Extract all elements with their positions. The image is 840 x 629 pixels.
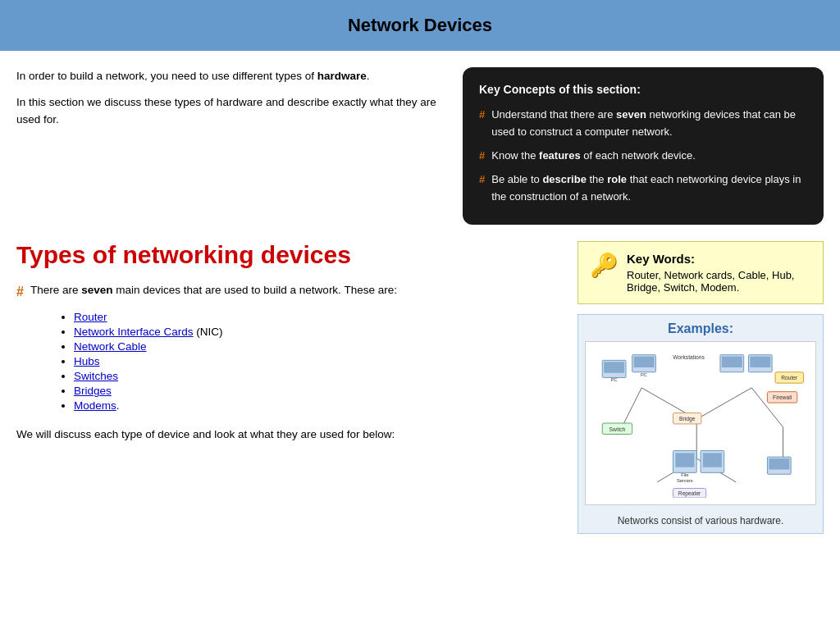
examples-caption: Networks consist of various hardware. — [578, 512, 823, 533]
device-hubs: Hubs — [74, 355, 561, 367]
hash-icon-1: # — [479, 107, 485, 141]
key-concept-item-2: # Know the features of each network devi… — [479, 148, 807, 165]
svg-text:PC: PC — [611, 378, 618, 383]
key-concepts-list: # Understand that there are seven networ… — [479, 107, 807, 205]
key-words-title: Key Words: — [627, 252, 811, 266]
key-concept-text-3: Be able to describe the role that each n… — [491, 171, 807, 206]
intro-bold1: hardware — [317, 70, 367, 82]
bridges-link[interactable]: Bridges — [74, 385, 112, 397]
svg-text:Bridge: Bridge — [679, 417, 696, 423]
svg-rect-12 — [634, 357, 655, 367]
key-concepts-title: Key Concepts of this section: — [479, 80, 807, 98]
device-modems: Modems. — [74, 399, 561, 412]
hash-icon-3: # — [479, 171, 485, 206]
key-concept-item-1: # Understand that there are seven networ… — [479, 107, 807, 141]
intro-section: In order to build a network, you need to… — [0, 51, 840, 233]
nic-suffix: (NIC) — [196, 326, 222, 338]
svg-text:Router: Router — [781, 376, 798, 381]
examples-diagram: PC PC Workstations Router — [585, 341, 816, 505]
nic-link[interactable]: Network Interface Cards — [74, 326, 194, 338]
seven-bold: seven — [81, 284, 112, 296]
svg-rect-32 — [703, 454, 722, 467]
types-left: Types of networking devices # There are … — [16, 241, 561, 534]
svg-text:PC: PC — [641, 372, 647, 377]
types-heading: Types of networking devices — [16, 241, 561, 269]
switches-link[interactable]: Switches — [74, 370, 118, 382]
key-concepts-box: Key Concepts of this section: # Understa… — [463, 67, 824, 225]
key-words-text: Router, Network cards, Cable, Hub, Bridg… — [627, 269, 811, 294]
page-header: Network Devices — [0, 0, 840, 51]
devices-ul: Router Network Interface Cards (NIC) Net… — [57, 311, 561, 412]
device-list: Router Network Interface Cards (NIC) Net… — [57, 311, 561, 412]
key-concept-text-1: Understand that there are seven networki… — [491, 107, 807, 141]
hash-icon-seven: # — [16, 285, 24, 299]
hubs-link[interactable]: Hubs — [74, 355, 100, 367]
svg-line-1 — [696, 388, 751, 419]
intro-text: In order to build a network, you need to… — [16, 67, 446, 137]
intro-para1: In order to build a network, you need to… — [16, 67, 446, 85]
examples-box: Examples: PC — [578, 314, 824, 534]
types-right: 🔑 Key Words: Router, Network cards, Cabl… — [578, 241, 824, 534]
intro-para2: In this section we discuss these types o… — [16, 93, 446, 129]
svg-text:Firewall: Firewall — [773, 395, 792, 401]
svg-rect-18 — [750, 357, 770, 367]
hash-icon-2: # — [479, 148, 485, 165]
key-concept-item-3: # Be able to describe the role that each… — [479, 171, 807, 206]
key-concept-text-2: Know the features of each network device… — [491, 148, 696, 165]
svg-rect-36 — [769, 458, 789, 469]
svg-text:Servers: Servers — [677, 478, 693, 483]
router-link[interactable]: Router — [74, 311, 107, 323]
examples-title: Examples: — [578, 315, 823, 341]
device-nic: Network Interface Cards (NIC) — [74, 326, 561, 338]
device-cable: Network Cable — [74, 340, 561, 353]
discuss-line: We will discuss each type of device and … — [16, 428, 561, 440]
seven-text: There are seven main devices that are us… — [30, 284, 397, 296]
seven-devices-line: # There are seven main devices that are … — [16, 284, 561, 299]
key-words-content: Key Words: Router, Network cards, Cable,… — [627, 252, 811, 294]
svg-rect-28 — [675, 454, 694, 467]
key-icon: 🔑 — [590, 252, 619, 279]
svg-text:File: File — [681, 473, 688, 478]
modems-link[interactable]: Modems — [74, 399, 116, 412]
svg-text:Switch: Switch — [609, 426, 626, 432]
page-title: Network Devices — [0, 15, 840, 36]
key-words-box: 🔑 Key Words: Router, Network cards, Cabl… — [578, 241, 824, 304]
device-bridges: Bridges — [74, 385, 561, 397]
device-switches: Switches — [74, 370, 561, 382]
cable-link[interactable]: Network Cable — [74, 340, 147, 353]
svg-text:Workstations: Workstations — [673, 355, 705, 361]
svg-rect-9 — [604, 362, 624, 373]
types-section: Types of networking devices # There are … — [0, 233, 840, 550]
svg-text:Repeater: Repeater — [678, 491, 701, 498]
network-diagram-svg: PC PC Workstations Router — [592, 349, 809, 498]
svg-rect-16 — [722, 357, 742, 367]
modems-suffix: . — [116, 399, 120, 412]
device-router: Router — [74, 311, 561, 323]
